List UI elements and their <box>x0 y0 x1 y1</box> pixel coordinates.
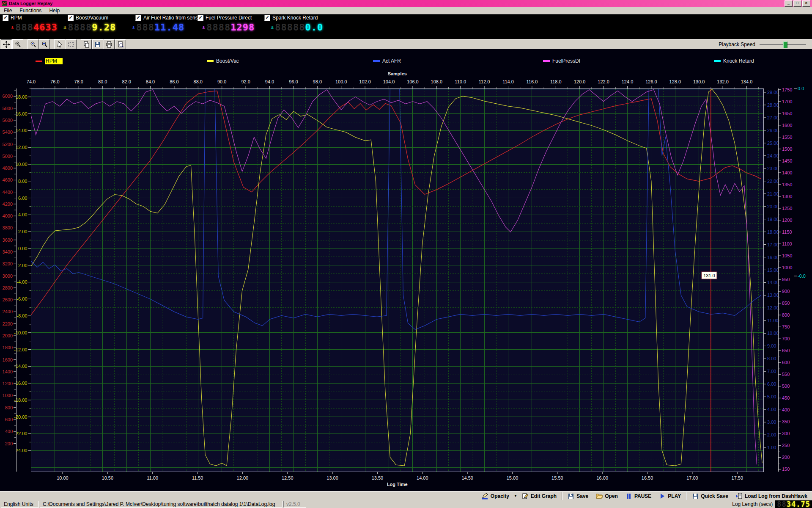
svg-text:16.00: 16.00 <box>16 111 27 116</box>
checkbox-icon[interactable]: ✓ <box>135 15 141 21</box>
legend-label: FuelPressDI <box>552 58 580 64</box>
legend-item-knock-retard[interactable]: Knock Retard <box>714 58 754 64</box>
zoom-out-button[interactable] <box>27 39 38 49</box>
svg-text:80.0: 80.0 <box>98 79 107 84</box>
svg-text:4.00: 4.00 <box>18 212 27 217</box>
load-log-from-dashhawk-button[interactable]: Load Log from DashHawk <box>732 492 811 500</box>
svg-text:88.0: 88.0 <box>194 79 203 84</box>
svg-text:8.00: 8.00 <box>18 179 27 184</box>
svg-text:5.00: 5.00 <box>767 394 776 399</box>
display-value: 1298 <box>230 22 255 33</box>
data-plot[interactable]: 131.0Samples74.076.078.080.082.084.086.0… <box>0 49 812 491</box>
open-button[interactable]: Open <box>592 492 622 500</box>
menu-help[interactable]: Help <box>45 8 63 14</box>
svg-text:1100: 1100 <box>782 241 792 246</box>
channel-checkbox-air-fuel-ratio-from-sensor[interactable]: ✓Air Fuel Ratio from sensor <box>135 15 202 21</box>
track-zoom-button[interactable] <box>12 39 23 49</box>
svg-text:-2.00: -2.00 <box>16 263 27 268</box>
button-label: Opacity <box>491 493 509 499</box>
svg-text:90.0: 90.0 <box>217 79 226 84</box>
playback-speed-slider[interactable] <box>760 41 806 47</box>
svg-text:22.00: 22.00 <box>767 179 779 184</box>
pan-button[interactable] <box>1 39 12 49</box>
log-length-label: Log Length (secs) <box>732 501 773 507</box>
plus-minus-icon: ± <box>271 25 274 30</box>
svg-text:3600: 3600 <box>3 237 13 243</box>
toolbar-separator <box>686 492 687 500</box>
opacity-button[interactable]: Opacity <box>478 492 513 500</box>
display-value: 4633 <box>33 22 58 33</box>
print-preview-button[interactable] <box>115 39 126 49</box>
svg-text:12.00: 12.00 <box>767 305 779 310</box>
quick-save-button[interactable]: Quick Save <box>688 492 732 500</box>
svg-text:11.00: 11.00 <box>767 318 779 323</box>
svg-text:2600: 2600 <box>3 297 13 302</box>
menu-file[interactable]: File <box>0 8 16 14</box>
menu-functions[interactable]: Functions <box>16 8 45 14</box>
svg-text:96.0: 96.0 <box>289 79 298 84</box>
channel-checkbox-fuel-pressure-direct[interactable]: ✓Fuel Pressure Direct <box>198 15 252 21</box>
svg-text:10.00: 10.00 <box>767 331 779 336</box>
pause-button[interactable]: PAUSE <box>622 492 655 500</box>
svg-text:2200: 2200 <box>3 321 13 326</box>
legend-color-dash <box>714 60 721 62</box>
toolbar-separator <box>562 492 562 500</box>
checkbox-icon[interactable]: ✓ <box>264 15 270 21</box>
svg-text:2.00: 2.00 <box>18 229 27 234</box>
legend-item-act-afr[interactable]: Act AFR <box>373 58 401 64</box>
pointer-button[interactable] <box>54 39 65 49</box>
legend-item-boost-vac[interactable]: Boost/Vac <box>207 58 239 64</box>
channel-checkbox-rpm[interactable]: ✓RPM <box>3 15 22 21</box>
svg-text:21.00: 21.00 <box>767 191 779 196</box>
svg-text:4.00: 4.00 <box>767 407 776 412</box>
channel-checkbox-boost-vacuum[interactable]: ✓Boost/Vacuum <box>68 15 108 21</box>
svg-text:16.00: 16.00 <box>767 255 779 260</box>
play-icon <box>659 493 666 500</box>
save-icon <box>94 41 101 48</box>
channel-label: Fuel Pressure Direct <box>206 15 252 21</box>
svg-text:112.0: 112.0 <box>479 79 490 84</box>
channel-checkbox-spark-knock-retard[interactable]: ✓Spark Knock Retard <box>264 15 318 21</box>
plot-background <box>31 88 764 472</box>
save-button[interactable]: Save <box>564 492 592 500</box>
value-display-boost-vacuum: ±88889.28 <box>63 22 116 33</box>
play-button[interactable]: PLAY <box>655 492 685 500</box>
svg-text:1300: 1300 <box>782 194 792 199</box>
svg-text:2800: 2800 <box>3 285 13 290</box>
opacity-dropdown-arrow[interactable]: ▼ <box>513 492 518 500</box>
data-logger-replay-window: Data Logger Replay _□× FileFunctionsHelp… <box>0 0 812 508</box>
button-label: PLAY <box>668 493 681 499</box>
legend-item-rpm[interactable]: RPM <box>36 58 63 64</box>
svg-text:800: 800 <box>5 405 13 410</box>
zoom-in-button[interactable] <box>39 39 50 49</box>
svg-text:1250: 1250 <box>782 206 792 211</box>
maximize-button[interactable]: □ <box>793 0 801 7</box>
close-button[interactable]: × <box>802 0 810 7</box>
checkbox-icon[interactable]: ✓ <box>198 15 203 21</box>
svg-text:200: 200 <box>5 441 13 446</box>
svg-text:1650: 1650 <box>782 111 792 116</box>
svg-text:5800: 5800 <box>3 106 13 111</box>
minimize-button[interactable]: _ <box>785 0 793 7</box>
svg-text:17.00: 17.00 <box>686 475 698 480</box>
svg-text:0.0: 0.0 <box>798 86 804 91</box>
svg-text:86.0: 86.0 <box>170 79 178 84</box>
button-label: Open <box>605 493 618 499</box>
legend-item-fuelpressdi[interactable]: FuelPressDI <box>543 58 580 64</box>
pause-icon <box>625 493 632 500</box>
edit-graph-button[interactable]: Edit Graph <box>518 492 560 500</box>
copy-button[interactable] <box>81 39 92 49</box>
chart-area: 131.0Samples74.076.078.080.082.084.086.0… <box>0 49 812 491</box>
slider-thumb[interactable] <box>783 41 787 48</box>
select-region-button[interactable] <box>66 39 77 49</box>
title-bar[interactable]: Data Logger Replay _□× <box>0 0 812 7</box>
svg-text:1350: 1350 <box>782 182 792 187</box>
print-button[interactable] <box>104 39 115 49</box>
checkbox-icon[interactable]: ✓ <box>3 15 8 21</box>
pointer-icon <box>56 41 63 48</box>
checkbox-icon[interactable]: ✓ <box>68 15 74 21</box>
plus-minus-icon: ± <box>132 25 135 30</box>
save-button[interactable] <box>92 39 103 49</box>
display-value: 9.28 <box>92 22 116 33</box>
dim-digits: 8888 <box>68 22 92 33</box>
